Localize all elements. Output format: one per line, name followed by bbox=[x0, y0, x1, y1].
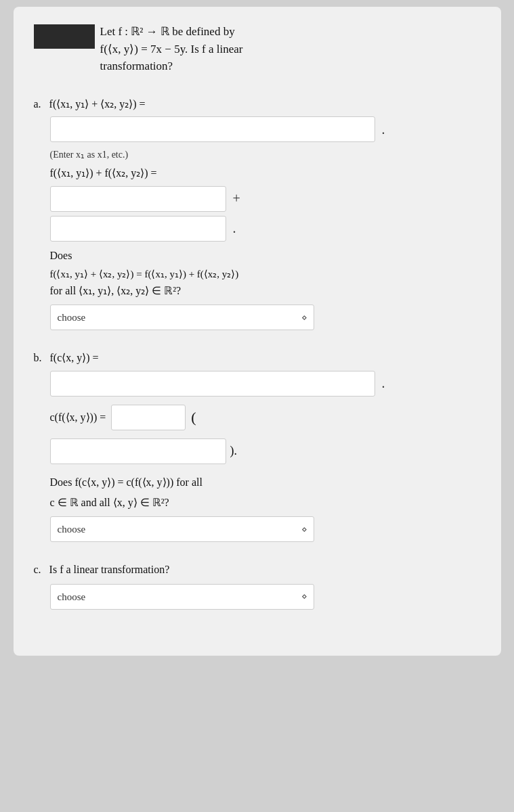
section-a-eq1-text: f(⟨x₁, y₁⟩ + ⟨x₂, y₂⟩) = bbox=[49, 98, 146, 110]
section-c-question: Is f a linear transformation? bbox=[49, 564, 170, 575]
section-c: c. Is f a linear transformation? choose … bbox=[34, 561, 481, 610]
section-b-eq1-label: b. f(c⟨x, y⟩) = bbox=[34, 349, 481, 367]
choose-wrapper-b: choose yes no ⋄ bbox=[50, 516, 314, 542]
header-line3: transformation? bbox=[100, 60, 173, 72]
section-b: b. f(c⟨x, y⟩) = . c(f(⟨x, y⟩)) = ( ). Do… bbox=[34, 349, 481, 542]
input-a1[interactable] bbox=[50, 116, 375, 142]
section-a-subsection: . (Enter x₁ as x1, etc.) f(⟨x₁, y₁⟩) + f… bbox=[50, 112, 481, 330]
note-a: (Enter x₁ as x1, etc.) bbox=[50, 149, 481, 160]
plus-sign: + bbox=[233, 191, 240, 206]
input-with-dot-a2: . bbox=[50, 216, 481, 242]
close-paren-b: ). bbox=[230, 444, 238, 458]
input-a2[interactable] bbox=[50, 186, 226, 212]
open-paren-b: ( bbox=[191, 409, 196, 426]
section-b-eq1: f(c⟨x, y⟩) = bbox=[50, 352, 99, 363]
section-a: a. f(⟨x₁, y₁⟩ + ⟨x₂, y₂⟩) = . (Enter x₁ … bbox=[34, 95, 481, 331]
header-line2: f(⟨x, y⟩) = 7x − 5y. Is f a linear bbox=[100, 43, 243, 55]
color-block bbox=[34, 24, 95, 49]
for-all-a: for all ⟨x₁, y₁⟩, ⟨x₂, y₂⟩ ∈ ℝ²? bbox=[50, 282, 481, 300]
choose-wrapper-a: choose yes no ⋄ bbox=[50, 304, 314, 330]
choose-select-c[interactable]: choose yes no bbox=[50, 584, 314, 610]
input-row-a: + bbox=[50, 186, 481, 212]
section-c-label: c. bbox=[34, 564, 41, 575]
dot-b1: . bbox=[382, 376, 385, 391]
dot-a2: . bbox=[233, 221, 236, 236]
for-all-b: c ∈ ℝ and all ⟨x, y⟩ ∈ ℝ²? bbox=[50, 494, 481, 512]
section-b-label: b. bbox=[34, 352, 42, 363]
header-text: Let f : ℝ² → ℝ be defined by f(⟨x, y⟩) =… bbox=[100, 23, 243, 75]
choose-wrapper-c: choose yes no ⋄ bbox=[50, 584, 314, 610]
choose-select-b[interactable]: choose yes no bbox=[50, 516, 314, 542]
does-text-b: Does f(c⟨x, y⟩) = c(f(⟨x, y⟩)) for all bbox=[50, 474, 481, 491]
section-a-label: a. bbox=[34, 98, 41, 110]
section-b-subsection: . c(f(⟨x, y⟩)) = ( ). Does f(c⟨x, y⟩) = … bbox=[50, 367, 481, 542]
input-with-dot-a: . bbox=[50, 112, 481, 146]
row-eq-b: c(f(⟨x, y⟩)) = ( bbox=[50, 405, 481, 430]
does-eq-a: f(⟨x₁, y₁⟩ + ⟨x₂, y₂⟩) = f(⟨x₁, y₁⟩) + f… bbox=[50, 267, 481, 282]
choose-select-a[interactable]: choose yes no bbox=[50, 304, 314, 330]
does-label-a: Does bbox=[50, 247, 481, 265]
input-with-dot-b1: . bbox=[50, 367, 481, 401]
section-c-question-row: c. Is f a linear transformation? bbox=[34, 561, 481, 579]
main-card: Let f : ℝ² → ℝ be defined by f(⟨x, y⟩) =… bbox=[14, 7, 501, 656]
header-block: Let f : ℝ² → ℝ be defined by f(⟨x, y⟩) =… bbox=[34, 23, 481, 75]
input-with-dot-b2: ). bbox=[50, 434, 481, 468]
input-a3[interactable] bbox=[50, 216, 226, 242]
header-line1: Let f : ℝ² → ℝ be defined by bbox=[100, 25, 235, 38]
input-b2[interactable] bbox=[111, 405, 186, 430]
eq-text-b: c(f(⟨x, y⟩)) = bbox=[50, 411, 106, 424]
section-a-eq2: f(⟨x₁, y₁⟩) + f(⟨x₂, y₂⟩) = bbox=[50, 164, 481, 182]
input-b3[interactable] bbox=[50, 438, 226, 464]
input-b1[interactable] bbox=[50, 371, 375, 397]
section-a-eq1: a. f(⟨x₁, y₁⟩ + ⟨x₂, y₂⟩) = bbox=[34, 95, 481, 113]
dot-a1: . bbox=[382, 122, 385, 137]
